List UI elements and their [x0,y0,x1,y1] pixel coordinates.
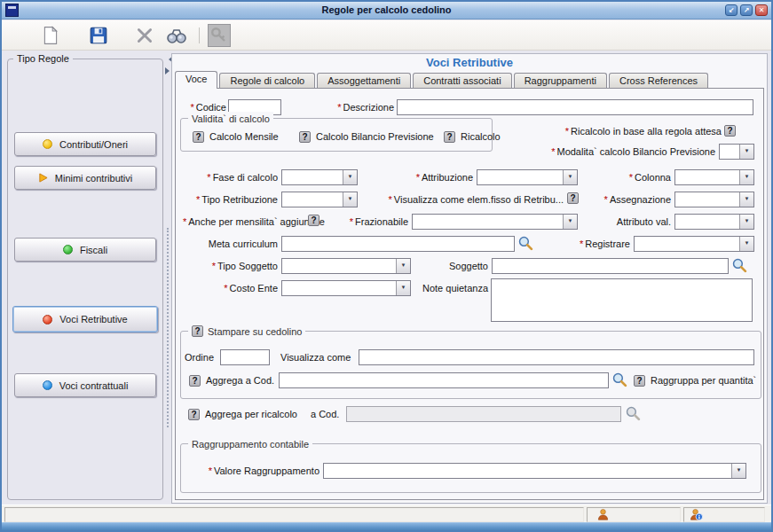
window-bottom-edge [2,522,771,530]
tipo-soggetto-select[interactable] [281,258,411,274]
registrare-label: *Registrare [566,238,630,251]
tipo-retribuzione-label: *Tipo Retribuzione [177,193,278,207]
blue-dot-icon [43,380,52,390]
aggrega-a-cod-search-icon[interactable] [611,372,627,387]
tipo-soggetto-label: *Tipo Soggetto [195,260,278,273]
visualizza-elem-fisso-checkbox[interactable]: ? [567,192,579,204]
assegnazione-label: *Assegnazione [591,193,671,207]
attribuzione-label: *Attribuzione [391,171,473,184]
aggrega-a-cod-input[interactable] [279,372,609,388]
window-controls: ↙ ↗ ✕ [725,4,768,16]
aggrega-per-ricalcolo-checkbox[interactable]: ? [188,409,200,420]
tab-contratti-associati[interactable]: Contratti associati [413,73,511,88]
titlebar[interactable]: Regole per calcolo cedolino ↙ ↗ ✕ [2,2,771,20]
descrizione-input[interactable] [397,99,753,115]
disabled-tool-icon [208,24,231,47]
colonna-label: *Colonna [602,171,671,184]
sidebar-item-minimi-contributivi[interactable]: Minimi contributivi [14,166,156,190]
tab-assoggettamenti[interactable]: Assoggettamenti [317,73,411,88]
visualizza-elem-fisso-label: *Visualizza come elem.fisso di Retribu..… [378,193,564,207]
status-cell-message [4,507,584,522]
new-document-icon[interactable] [41,26,60,45]
sidebar-item-fiscali[interactable]: Fiscali [14,238,156,262]
colonna-select[interactable] [674,169,754,185]
aggrega-per-ricalcolo-search-icon[interactable] [625,405,641,421]
toolbar [2,20,771,51]
calcolo-mensile-checkbox[interactable]: ? [193,131,204,143]
ricalcolo-regola-attesa-checkbox[interactable]: ? [724,125,736,137]
attributo-val-select[interactable] [674,214,754,230]
anche-mensilita-label: *Anche per mensilita` aggiuntive [183,215,304,229]
ricalcolo-regola-attesa-label: *Ricalcolo in base alla regola attesa [531,125,722,138]
soggetto-search-icon[interactable] [731,257,747,273]
calcolo-bilancio-previsione-label: Calcolo Bilancio Previsione [316,130,434,144]
tab-raggruppamenti[interactable]: Raggruppamenti [514,73,607,88]
modalita-bilancio-select[interactable] [719,144,754,160]
aggrega-a-cod-label: Aggrega a Cod. [206,374,274,387]
valore-raggruppamento-select[interactable] [323,463,746,479]
red-dot-icon [43,315,52,325]
ordine-label: Ordine [185,351,214,364]
frazionabile-select[interactable] [412,214,578,230]
assegnazione-select[interactable] [674,192,754,207]
costo-ente-select[interactable] [281,280,411,296]
yellow-triangle-icon [38,173,48,183]
app-window: Regole per calcolo cedolino ↙ ↗ ✕ Tipo R… [0,0,773,532]
anche-mensilita-checkbox[interactable]: ? [308,215,319,226]
soggetto-label: Soggetto [442,260,488,273]
frazionabile-label: *Frazionabile [344,215,408,229]
toolbar-separator [199,27,200,43]
tipo-retribuzione-select[interactable] [281,192,358,207]
close-button[interactable]: ✕ [755,4,768,16]
minimize-button[interactable]: ↙ [725,4,738,16]
calcolo-bilancio-previsione-checkbox[interactable]: ? [299,131,311,143]
validita-group-title: Validita` di calcolo [188,112,273,125]
sidebar-item-voci-contrattuali[interactable]: Voci contrattuali [14,373,156,397]
fase-di-calcolo-select[interactable] [281,169,358,185]
splitter-handle[interactable] [167,228,169,427]
tab-regole-di-calcolo[interactable]: Regole di calcolo [219,73,315,88]
delete-icon[interactable] [135,26,154,45]
meta-curriculum-input[interactable] [281,236,515,252]
valore-raggruppamento-label: *Valore Raggruppamento [188,465,319,478]
maximize-button[interactable]: ↗ [740,4,753,16]
costo-ente-label: *Costo Ente [211,282,278,295]
registrare-select[interactable] [634,236,754,252]
calcolo-mensile-label: Calcolo Mensile [209,130,279,144]
page-title: Voci Retributive [172,56,767,69]
attribuzione-select[interactable] [477,169,578,185]
sidebar-item-contributi-oneri[interactable]: Contributi/Oneri [14,132,156,156]
descrizione-label: *Descrizione [307,101,394,114]
user-info-icon [690,508,703,523]
aggrega-per-ricalcolo-a-cod-label: a Cod. [311,408,339,421]
note-quietanza-textarea[interactable] [491,278,753,322]
visualizza-come-input[interactable] [359,349,754,365]
status-bar [2,505,771,523]
meta-curriculum-search-icon[interactable] [517,235,533,251]
stampare-su-cedolino-group: ? Stampare su cedolino Ordine Visualizza… [180,331,761,399]
ricalcolo-checkbox[interactable]: ? [444,131,455,143]
soggetto-input[interactable] [492,258,729,274]
ordine-input[interactable] [220,349,270,365]
modalita-bilancio-label: *Modalita` calcolo Bilancio Previsione [509,145,715,159]
search-binoculars-icon[interactable] [165,26,188,45]
green-dot-icon [63,245,73,254]
tab-cross-references[interactable]: Cross References [609,73,708,88]
stampare-su-cedolino-checkbox[interactable]: ? [192,325,203,337]
tipo-regole-title: Tipo Regole [13,52,73,66]
raggruppamento-group-title: Raggruppamento contabile [188,437,312,450]
sidebar-item-voci-retributive[interactable]: Voci Retributive [12,306,158,332]
note-quietanza-label: Note quietanza [414,282,488,295]
save-icon[interactable] [89,26,108,45]
meta-curriculum-label: Meta curriculum [195,238,278,251]
tab-voce[interactable]: Voce [175,71,217,89]
aggrega-per-ricalcolo-label: Aggrega per ricalcolo [205,408,297,421]
raggruppa-per-quantita-checkbox[interactable]: ? [634,375,645,387]
tab-content-voce: *Codice *Descrizione Validita` di calcol… [175,88,764,500]
aggrega-a-cod-checkbox[interactable]: ? [189,375,201,387]
fase-di-calcolo-label: *Fase di calcolo [193,171,278,184]
attributo-val-label: Attributo val. [600,215,671,229]
ricalcolo-label: Ricalcolo [461,130,501,144]
tab-bar: Voce Regole di calcolo Assoggettamenti C… [175,71,710,88]
validita-di-calcolo-group: Validita` di calcolo ? Calcolo Mensile ?… [180,118,493,152]
